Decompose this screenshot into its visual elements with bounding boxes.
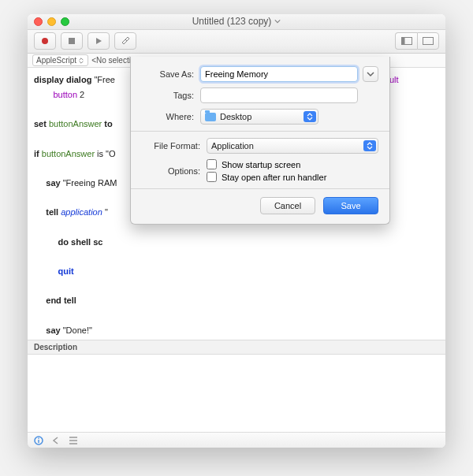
stay-open-checkbox[interactable]: Stay open after run handler <box>207 172 378 182</box>
tok: "Done!" <box>61 325 92 335</box>
svg-rect-6 <box>38 440 39 443</box>
tok: " <box>102 207 108 217</box>
checkbox-input[interactable] <box>207 159 217 169</box>
svg-point-0 <box>42 38 48 44</box>
options-label: Options: <box>142 166 207 176</box>
save-dialog-sheet: Save As: Tags: Where: Desktop File Forma… <box>130 57 390 225</box>
traffic-lights <box>34 17 69 26</box>
var: buttonAnswer <box>42 149 95 158</box>
kw: say <box>46 178 60 188</box>
where-popup[interactable]: Desktop <box>200 109 318 125</box>
option1-label: Show startup screen <box>222 160 300 169</box>
tok: "Freeing RAM <box>61 178 117 188</box>
record-icon <box>41 37 49 45</box>
save-button[interactable]: Save <box>323 197 378 214</box>
record-button[interactable] <box>34 32 56 50</box>
svg-rect-4 <box>423 38 434 45</box>
play-icon <box>95 37 102 45</box>
kw: do shell sc <box>58 237 103 247</box>
nav-back-icon[interactable] <box>51 436 61 445</box>
var: buttonAnswer <box>49 119 102 128</box>
list-icon[interactable] <box>69 436 78 445</box>
save-as-input[interactable] <box>200 66 358 82</box>
info-icon[interactable] <box>34 436 43 445</box>
kw: to <box>102 119 115 128</box>
file-format-value: Application <box>211 141 254 151</box>
stop-button[interactable] <box>61 32 83 50</box>
chevron-down-icon <box>274 18 281 24</box>
save-as-label: Save As: <box>142 69 200 79</box>
view-pane-left-button[interactable] <box>395 32 417 50</box>
hammer-icon <box>121 36 130 46</box>
chevron-down-icon <box>367 70 374 78</box>
tok: is "O <box>95 149 116 158</box>
script-editor-window: Untitled (123 copy) AppleScript <box>28 14 445 448</box>
kw: set <box>34 119 49 128</box>
stop-icon <box>68 37 76 45</box>
updown-icon <box>78 58 84 64</box>
divider <box>131 188 389 189</box>
tok: 2 <box>77 90 84 99</box>
kw: if <box>34 149 42 158</box>
kw: end tell <box>46 296 76 305</box>
tok: "Free <box>91 75 115 84</box>
kw: say <box>46 325 60 335</box>
window-title-text: Untitled (123 copy) <box>192 16 272 27</box>
status-bar <box>28 432 445 448</box>
svg-rect-3 <box>401 38 404 45</box>
kw: button <box>53 90 77 99</box>
kw: quit <box>58 266 74 276</box>
window-minimize-button[interactable] <box>47 17 56 26</box>
titlebar: Untitled (123 copy) <box>28 14 445 30</box>
cancel-button[interactable]: Cancel <box>260 197 315 214</box>
where-label: Where: <box>142 112 200 121</box>
expand-button[interactable] <box>363 66 378 82</box>
folder-icon <box>205 113 216 121</box>
pane-right-icon <box>423 37 434 45</box>
view-pane-right-button[interactable] <box>417 32 439 50</box>
run-button[interactable] <box>88 32 110 50</box>
option2-label: Stay open after run handler <box>222 173 326 182</box>
window-zoom-button[interactable] <box>61 17 69 26</box>
svg-rect-7 <box>38 437 39 438</box>
window-title: Untitled (123 copy) <box>28 16 445 27</box>
file-format-label: File Format: <box>142 141 207 151</box>
updown-icon <box>363 140 376 151</box>
toolbar <box>28 30 445 54</box>
checkbox-input[interactable] <box>207 172 217 182</box>
kw: tell <box>46 207 61 217</box>
kw: application <box>61 207 102 217</box>
compile-button[interactable] <box>114 32 136 50</box>
where-value: Desktop <box>220 112 251 121</box>
description-pane[interactable] <box>28 355 445 432</box>
tags-input[interactable] <box>200 87 358 103</box>
tags-label: Tags: <box>142 91 200 100</box>
language-popup-label: AppleScript <box>36 56 76 65</box>
pane-left-icon <box>401 37 412 45</box>
window-close-button[interactable] <box>34 17 43 26</box>
language-popup[interactable]: AppleScript <box>32 54 88 66</box>
description-heading: Description <box>28 340 445 355</box>
file-format-popup[interactable]: Application <box>207 138 378 154</box>
svg-rect-1 <box>69 38 75 44</box>
show-startup-checkbox[interactable]: Show startup screen <box>207 159 378 169</box>
kw: display dialog <box>34 75 91 84</box>
updown-icon <box>304 111 316 122</box>
divider <box>131 131 389 132</box>
